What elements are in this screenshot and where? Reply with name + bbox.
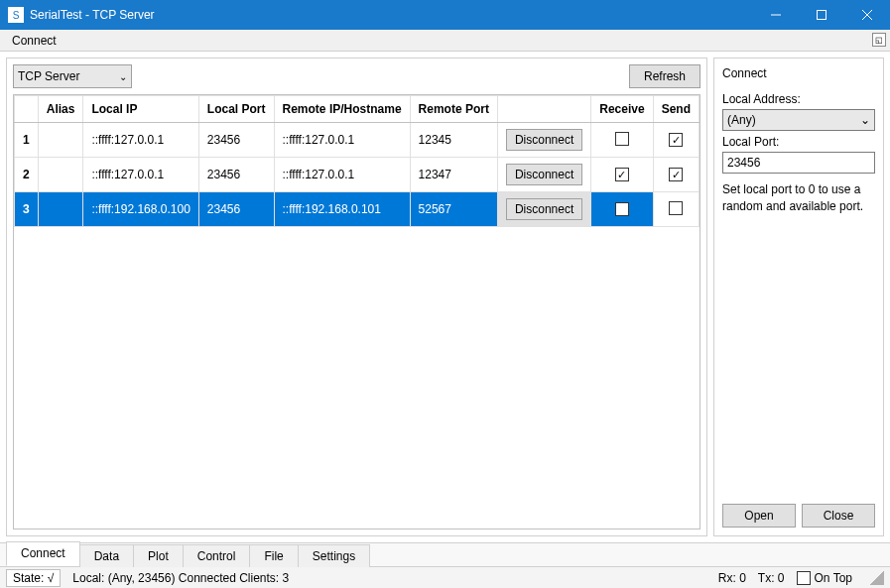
client-area: TCP Server ⌄ Refresh Alias Local IP Loca… <box>0 52 890 542</box>
resize-grip-icon[interactable] <box>870 571 884 585</box>
col-local-ip[interactable]: Local IP <box>83 96 198 123</box>
table-row[interactable]: 2::ffff:127.0.0.123456::ffff:127.0.0.112… <box>15 158 699 192</box>
status-state: State: √ <box>6 569 61 587</box>
ontop-label: On Top <box>815 571 852 585</box>
protocol-select-value: TCP Server <box>18 69 79 83</box>
maximize-button[interactable] <box>799 0 844 30</box>
close-button[interactable] <box>844 0 890 30</box>
cell-receive: ✓ <box>591 158 653 192</box>
local-address-label: Local Address: <box>722 92 875 106</box>
main-pane: TCP Server ⌄ Refresh Alias Local IP Loca… <box>6 58 707 536</box>
cell-alias[interactable] <box>38 192 83 227</box>
cell-send: ✓ <box>653 123 699 158</box>
port-hint: Set local port to 0 to use a random and … <box>722 181 875 215</box>
tab-connect[interactable]: Connect <box>6 541 80 566</box>
detach-panel-icon[interactable]: ◱ <box>872 33 886 47</box>
cell-send <box>653 192 699 227</box>
tab-plot[interactable]: Plot <box>133 544 184 567</box>
cell-alias[interactable] <box>38 123 83 158</box>
window-title: SerialTest - TCP Server <box>30 8 753 22</box>
col-send[interactable]: Send <box>653 96 699 123</box>
cell-local-ip[interactable]: ::ffff:127.0.0.1 <box>83 123 198 158</box>
col-rownum <box>15 96 39 123</box>
titlebar: S SerialTest - TCP Server <box>0 0 890 30</box>
cell-local-port[interactable]: 23456 <box>198 158 274 192</box>
menubar: Connect ◱ <box>0 30 890 52</box>
col-action <box>497 96 590 123</box>
col-alias[interactable]: Alias <box>38 96 83 123</box>
send-checkbox[interactable]: ✓ <box>669 168 683 181</box>
disconnect-button[interactable]: Disconnect <box>506 198 582 220</box>
cell-remote-host[interactable]: ::ffff:192.168.0.101 <box>274 192 410 227</box>
connections-table-wrap[interactable]: Alias Local IP Local Port Remote IP/Host… <box>13 94 700 529</box>
disconnect-button[interactable]: Disconnect <box>506 129 582 151</box>
cell-local-port[interactable]: 23456 <box>198 192 274 227</box>
receive-checkbox[interactable]: ✓ <box>615 168 629 181</box>
local-address-value: (Any) <box>727 113 756 127</box>
ontop-checkbox[interactable] <box>797 571 811 585</box>
cell-remote-port[interactable]: 12345 <box>410 123 497 158</box>
refresh-button[interactable]: Refresh <box>629 64 700 88</box>
toolbar: TCP Server ⌄ Refresh <box>13 64 700 88</box>
row-number: 1 <box>15 123 39 158</box>
status-rx: Rx: 0 <box>718 571 746 585</box>
status-local-info: Local: (Any, 23456) Connected Clients: 3 <box>72 571 289 585</box>
chevron-down-icon: ⌄ <box>860 113 870 127</box>
app-icon: S <box>8 7 24 23</box>
table-row[interactable]: 1::ffff:127.0.0.123456::ffff:127.0.0.112… <box>15 123 699 158</box>
cell-remote-host[interactable]: ::ffff:127.0.0.1 <box>274 158 410 192</box>
cell-receive: ✓ <box>591 192 653 227</box>
col-remote-port[interactable]: Remote Port <box>410 96 497 123</box>
bottom-tabs: ConnectDataPlotControlFileSettings <box>0 542 890 566</box>
disconnect-button[interactable]: Disconnect <box>506 164 582 185</box>
row-number: 3 <box>15 192 39 227</box>
minimize-button[interactable] <box>753 0 799 30</box>
local-port-label: Local Port: <box>722 135 875 149</box>
receive-checkbox[interactable]: ✓ <box>615 202 629 216</box>
menu-connect[interactable]: Connect <box>6 32 63 50</box>
cell-remote-host[interactable]: ::ffff:127.0.0.1 <box>274 123 410 158</box>
cell-local-ip[interactable]: ::ffff:192.168.0.100 <box>83 192 198 227</box>
row-number: 2 <box>15 158 39 192</box>
status-tx: Tx: 0 <box>758 571 785 585</box>
cell-remote-port[interactable]: 12347 <box>410 158 497 192</box>
chevron-down-icon: ⌄ <box>119 71 127 82</box>
cell-local-ip[interactable]: ::ffff:127.0.0.1 <box>83 158 198 192</box>
cell-alias[interactable] <box>38 158 83 192</box>
tab-data[interactable]: Data <box>79 544 134 567</box>
connect-panel: Connect Local Address: (Any) ⌄ Local Por… <box>713 58 884 536</box>
statusbar: State: √ Local: (Any, 23456) Connected C… <box>0 566 890 588</box>
tab-file[interactable]: File <box>249 544 298 567</box>
cell-action: Disconnect <box>497 123 590 158</box>
col-receive[interactable]: Receive <box>591 96 653 123</box>
cell-send: ✓ <box>653 158 699 192</box>
receive-checkbox[interactable] <box>615 132 629 146</box>
col-local-port[interactable]: Local Port <box>198 96 274 123</box>
cell-action: Disconnect <box>497 158 590 192</box>
cell-local-port[interactable]: 23456 <box>198 123 274 158</box>
svg-rect-1 <box>818 11 826 20</box>
local-port-input[interactable] <box>722 152 875 174</box>
col-remote-host[interactable]: Remote IP/Hostname <box>274 96 410 123</box>
open-button[interactable]: Open <box>722 504 796 528</box>
connections-table: Alias Local IP Local Port Remote IP/Host… <box>14 95 699 227</box>
protocol-select[interactable]: TCP Server ⌄ <box>13 64 132 88</box>
connect-panel-title: Connect <box>722 66 875 80</box>
tab-settings[interactable]: Settings <box>298 544 370 567</box>
table-row[interactable]: 3::ffff:192.168.0.10023456::ffff:192.168… <box>15 192 699 227</box>
send-checkbox[interactable] <box>669 201 683 215</box>
cell-action: Disconnect <box>497 192 590 227</box>
close-connection-button[interactable]: Close <box>802 504 875 528</box>
tab-control[interactable]: Control <box>183 544 251 567</box>
send-checkbox[interactable]: ✓ <box>669 133 683 147</box>
cell-remote-port[interactable]: 52567 <box>410 192 497 227</box>
local-address-select[interactable]: (Any) ⌄ <box>722 109 875 131</box>
cell-receive <box>591 123 653 158</box>
